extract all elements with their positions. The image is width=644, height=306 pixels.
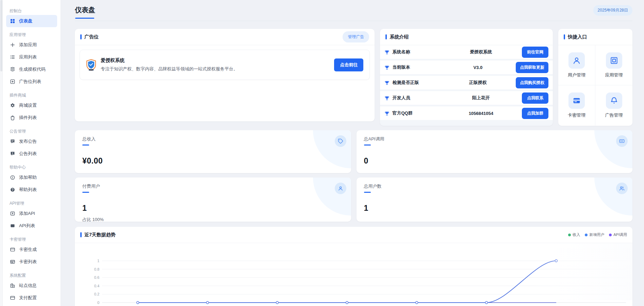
legend-item-2[interactable]: 新增用户 — [585, 232, 604, 237]
sidebar-section-label: 插件商城 — [3, 92, 61, 98]
legend-item-3[interactable]: API调用 — [609, 232, 627, 237]
sidebar-item-rect-filled[interactable]: API列表 — [6, 220, 57, 232]
system-intro-header: 系统介绍 — [380, 29, 553, 45]
intro-row-button[interactable]: 点我联系 — [522, 92, 548, 104]
card-icon — [10, 295, 15, 301]
dashboard-icon — [10, 18, 15, 24]
square-plus-icon — [10, 79, 15, 84]
y-tick-label: 0.6 — [94, 275, 99, 279]
sidebar-item-message-alert[interactable]: 公告列表 — [6, 148, 57, 160]
sidebar-item-mail[interactable]: 邮件配置 — [6, 304, 57, 306]
system-intro-row: 系统名称爱授权系统前往官网 — [380, 45, 553, 59]
sidebar-section: 应用管理添加应用应用列表生成授权代码广告位列表 — [3, 32, 61, 88]
sidebar-item-bag[interactable]: 插件列表 — [6, 112, 57, 124]
stat-label: 总收入 — [82, 136, 344, 142]
sidebar-item-label: 仪表盘 — [19, 18, 32, 24]
sidebar-item-box-x[interactable]: 添加API — [6, 207, 57, 220]
sidebar-section-label: 控制台 — [3, 8, 61, 14]
card-lines-icon — [10, 259, 15, 265]
plus-icon — [10, 42, 15, 48]
series-line-新增用户 — [138, 261, 556, 303]
sidebar-item-card[interactable]: 支付配置 — [6, 292, 57, 304]
legend-dot — [585, 234, 588, 236]
sidebar-section: 公告管理发布公告公告列表 — [3, 129, 61, 160]
sidebar-item-question[interactable]: 帮助列表 — [6, 184, 57, 196]
intro-row-button[interactable]: 前往官网 — [522, 47, 548, 58]
quick-entry-bell[interactable]: 广告管理 — [595, 85, 632, 125]
sidebar-item-gear[interactable]: 商城设置 — [6, 99, 57, 112]
sidebar-item-layers[interactable]: 生成授权代码 — [6, 63, 57, 75]
sidebar-section-label: 系统配置 — [3, 273, 61, 278]
ad-card-header-left: 广告位 — [80, 34, 99, 40]
sidebar-section-label: 帮助中心 — [3, 165, 61, 170]
gear-icon — [10, 103, 15, 108]
accent-bar — [80, 34, 82, 39]
sidebar-item-card[interactable]: 卡密生成 — [6, 243, 57, 256]
bag-icon — [10, 115, 15, 120]
quick-entry-title: 快捷入口 — [568, 34, 587, 40]
legend-item-1[interactable]: 收入 — [568, 232, 580, 237]
stat-card-api: 总API调用0 — [357, 130, 633, 173]
stat-value: 0 — [364, 156, 625, 166]
data-point-marker[interactable] — [346, 302, 348, 304]
system-intro-card: 系统介绍 系统名称爱授权系统前往官网当前版本V3.0点我获取更新检测是否正版正版… — [380, 29, 553, 126]
ad-go-button[interactable]: 点击前往 — [334, 58, 363, 71]
sidebar-section-items: 发布公告公告列表 — [3, 135, 61, 160]
sidebar-item-label: 插件列表 — [19, 115, 37, 121]
sidebar-section-items: 添加帮助帮助列表 — [3, 171, 61, 196]
intro-row-label: 系统名称 — [392, 49, 440, 55]
quick-entry-card-filled[interactable]: 卡密管理 — [558, 85, 595, 125]
ad-item-name: 爱授权系统 — [101, 57, 330, 64]
sidebar-item-label: 商城设置 — [19, 102, 37, 108]
intro-row-label: 检测是否正版 — [392, 80, 440, 86]
data-point-marker[interactable] — [416, 302, 418, 304]
data-point-marker[interactable] — [276, 302, 279, 304]
sidebar-item-list[interactable]: 应用列表 — [6, 51, 57, 63]
sidebar-item-card-lines[interactable]: 卡密列表 — [6, 256, 57, 268]
quick-entry-app[interactable]: 应用管理 — [595, 45, 632, 85]
stat-label-underline — [82, 192, 89, 193]
sidebar-section: 卡密管理卡密生成卡密列表 — [3, 237, 61, 268]
title-underline — [75, 18, 94, 19]
ad-card-header: 广告位 管理广告 — [75, 29, 375, 45]
sidebar-item-building[interactable]: 站点信息 — [6, 279, 57, 292]
trend-chart-card: 近7天数据趋势 收入新增用户API调用 00.20.40.60.8109-220… — [75, 227, 632, 306]
sidebar-item-label: 帮助列表 — [19, 187, 37, 193]
sidebar-section: 帮助中心添加帮助帮助列表 — [3, 165, 61, 196]
stat-label: 总用户数 — [364, 183, 625, 189]
trend-line-chart[interactable]: 00.20.40.60.8109-2209-2309-2409-2509-260… — [75, 243, 632, 306]
manage-ads-button[interactable]: 管理广告 — [343, 31, 369, 42]
system-intro-row: 当前版本V3.0点我获取更新 — [380, 61, 553, 74]
intro-row-value: 爱授权系统 — [440, 49, 522, 55]
sidebar-item-dashboard[interactable]: 仪表盘 — [6, 15, 57, 27]
main-content: 仪表盘 2025年09月28日 广告位 管理广告 — [61, 0, 644, 306]
sidebar-item-message[interactable]: 发布公告 — [6, 135, 57, 148]
sidebar-item-square-plus[interactable]: 广告位列表 — [6, 75, 57, 88]
legend-label: 收入 — [573, 232, 580, 237]
sidebar-item-label: 广告位列表 — [19, 79, 41, 85]
tag-icon — [335, 135, 346, 147]
app-icon — [606, 52, 622, 69]
intro-row-button[interactable]: 点我购买授权 — [516, 77, 548, 88]
sidebar-scrollbar-thumb[interactable] — [0, 0, 2, 71]
sidebar-section: API管理添加APIAPI列表 — [3, 201, 61, 232]
message-alert-icon — [10, 151, 15, 156]
sidebar-item-label: 公告列表 — [19, 151, 37, 157]
legend-label: API调用 — [613, 232, 627, 237]
sidebar-section: 插件商城商城设置插件列表 — [3, 92, 61, 124]
data-point-marker[interactable] — [207, 302, 209, 304]
sidebar-item-info[interactable]: 添加帮助 — [6, 171, 57, 184]
sidebar-item-plus[interactable]: 添加应用 — [6, 39, 57, 51]
data-point-marker[interactable] — [137, 302, 139, 304]
quick-entry-user[interactable]: 用户管理 — [558, 45, 595, 85]
intro-row-button[interactable]: 点我获取更新 — [516, 62, 548, 73]
sidebar-scrollbar[interactable] — [0, 0, 3, 306]
intro-row-button[interactable]: 点我加群 — [522, 108, 548, 119]
data-point-marker[interactable] — [485, 302, 488, 304]
shield-logo-icon — [86, 59, 96, 71]
sidebar-item-label: 生成授权代码 — [19, 66, 46, 72]
quick-entry-label: 应用管理 — [605, 72, 623, 78]
ad-item-desc: 专注于知识产权、数字内容、品牌权益等领域的一站式授权服务平台。 — [101, 66, 330, 72]
stat-card-tag: 总收入¥0.00 — [75, 130, 351, 173]
chart-fade-overlay — [531, 243, 632, 300]
